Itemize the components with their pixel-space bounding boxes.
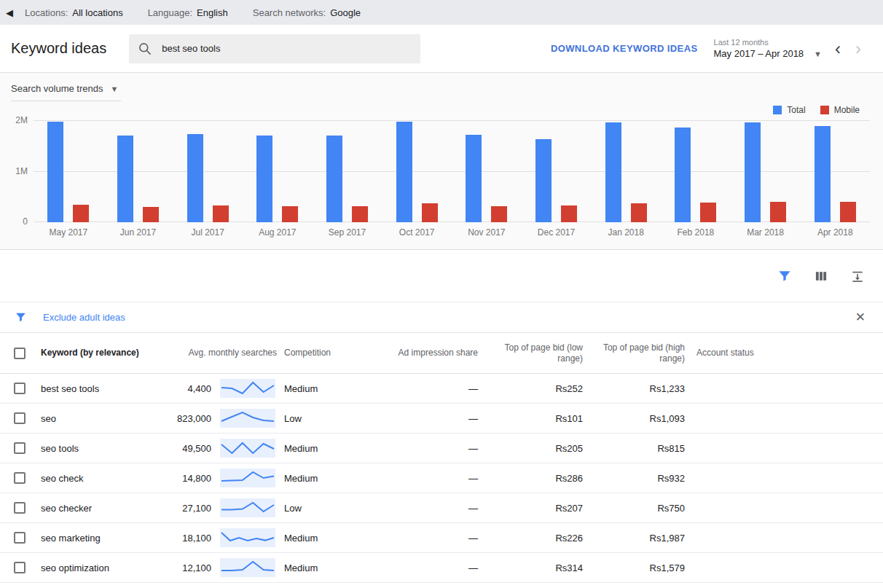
bid-high-cell: Rs1,233 <box>583 383 685 394</box>
keyword-search-box[interactable] <box>129 34 420 63</box>
table-row[interactable]: best seo tools4,400Medium—Rs252Rs1,233 <box>0 374 883 404</box>
trend-sparkline <box>220 439 275 458</box>
column-header-bid-low[interactable]: Top of page bid (low range) <box>481 342 583 364</box>
legend-item-total[interactable]: Total <box>773 105 805 115</box>
table-row[interactable]: seo tools49,500Medium—Rs205Rs815 <box>0 434 883 463</box>
row-checkbox[interactable] <box>14 472 25 484</box>
keyword-search-input[interactable] <box>162 43 412 54</box>
header-right-controls: DOWNLOAD KEYWORD IDEAS Last 12 months Ma… <box>551 38 868 59</box>
column-header-bid-high[interactable]: Top of page bid (high range) <box>583 342 685 364</box>
bar-group <box>313 120 382 222</box>
language-label: Language: <box>148 7 192 18</box>
keyword-cell: seo marketing <box>41 533 143 544</box>
legend-swatch-total <box>773 106 782 114</box>
ad-impression-share-cell: — <box>372 473 481 484</box>
locations-value: All locations <box>72 7 122 18</box>
column-header-ad-impression-share[interactable]: Ad impression share <box>372 348 481 358</box>
trend-cell <box>211 439 284 458</box>
table-row[interactable]: seo optimization12,100Medium—Rs314Rs1,57… <box>0 553 883 583</box>
x-axis-label: May 2017 <box>34 227 103 238</box>
exclude-adult-ideas-filter[interactable]: Exclude adult ideas <box>43 312 125 323</box>
search-networks-value: Google <box>330 7 361 18</box>
close-icon: ✕ <box>855 310 866 324</box>
bar-group <box>34 120 103 222</box>
bar-mobile <box>700 203 716 222</box>
ad-impression-share-cell: — <box>372 562 481 573</box>
bar-group <box>522 120 592 222</box>
bar-group <box>103 120 173 222</box>
column-header-competition[interactable]: Competition <box>284 348 372 358</box>
keyword-cell: seo tools <box>41 443 143 454</box>
search-networks-setting[interactable]: Search networks: Google <box>253 7 361 18</box>
columns-button[interactable] <box>814 269 828 283</box>
trend-cell <box>211 498 284 517</box>
row-checkbox-cell <box>0 562 41 573</box>
column-header-avg-monthly-searches[interactable]: Avg. monthly searches <box>143 348 284 358</box>
x-axis-label: Nov 2017 <box>452 227 522 238</box>
row-checkbox[interactable] <box>14 562 25 573</box>
previous-period-button[interactable]: ‹ <box>828 40 848 58</box>
trend-cell <box>211 409 284 428</box>
row-checkbox-cell <box>0 412 41 424</box>
adjust-rows-button[interactable] <box>850 269 865 283</box>
trend-sparkline <box>220 409 275 428</box>
trend-cell <box>211 469 284 487</box>
active-filter-bar: Exclude adult ideas ✕ <box>0 302 883 333</box>
chart-legend: Total Mobile <box>773 105 860 115</box>
keyword-cell: best seo tools <box>41 383 143 394</box>
avg-monthly-searches-cell: 14,800 <box>143 473 211 484</box>
x-axis-label: Jan 2018 <box>591 227 661 238</box>
bar-total <box>466 135 482 222</box>
bar-group <box>591 120 661 222</box>
filter-button[interactable] <box>777 269 792 283</box>
back-button[interactable]: ◀ <box>0 7 25 18</box>
table-row[interactable]: seo checker27,100Low—Rs207Rs750 <box>0 493 883 523</box>
locations-setting[interactable]: Locations: All locations <box>25 7 123 18</box>
ad-impression-share-cell: — <box>372 383 481 394</box>
search-volume-trends-dropdown[interactable]: Search volume trends ▼ <box>11 82 121 101</box>
bar-total <box>605 122 621 222</box>
bar-total <box>535 139 552 222</box>
page-title: Keyword ideas <box>11 40 106 57</box>
table-row[interactable]: seo823,000Low—Rs101Rs1,093 <box>0 404 883 434</box>
row-checkbox[interactable] <box>14 442 25 454</box>
table-row[interactable]: seo check14,800Medium—Rs286Rs932 <box>0 463 883 493</box>
keyword-cell: seo optimization <box>41 562 143 573</box>
column-header-account-status[interactable]: Account status <box>685 348 883 358</box>
row-checkbox[interactable] <box>14 502 25 514</box>
remove-filter-button[interactable]: ✕ <box>855 311 866 324</box>
language-setting[interactable]: Language: English <box>148 7 228 18</box>
date-range-dropdown[interactable]: Last 12 months May 2017 – Apr 2018 ▼ <box>714 38 822 59</box>
table-row[interactable]: seo marketing18,100Medium—Rs226Rs1,987 <box>0 523 883 553</box>
next-period-button[interactable]: › <box>848 40 868 58</box>
row-checkbox-cell <box>0 532 41 544</box>
row-checkbox-cell <box>0 383 41 394</box>
competition-cell: Low <box>284 413 372 424</box>
competition-cell: Medium <box>284 533 372 544</box>
back-arrow-icon: ◀ <box>6 7 13 18</box>
ad-impression-share-cell: — <box>372 533 481 544</box>
legend-label-total: Total <box>787 105 805 115</box>
y-axis-tick-1m: 1M <box>4 166 28 176</box>
bar-total <box>815 126 831 222</box>
download-keyword-ideas-button[interactable]: DOWNLOAD KEYWORD IDEAS <box>551 43 698 54</box>
column-header-keyword[interactable]: Keyword (by relevance) <box>41 348 143 358</box>
bar-mobile <box>143 207 159 222</box>
x-axis-labels: May 2017Jun 2017Jul 2017Aug 2017Sep 2017… <box>34 227 870 238</box>
search-icon <box>138 42 152 56</box>
bar-total <box>47 122 63 222</box>
x-axis-label: Sep 2017 <box>313 227 382 238</box>
row-checkbox[interactable] <box>14 412 25 424</box>
keyword-cell: seo check <box>41 473 143 484</box>
bar-mobile <box>422 203 438 222</box>
competition-cell: Medium <box>284 562 372 573</box>
adjust-rows-icon <box>850 269 865 283</box>
legend-item-mobile[interactable]: Mobile <box>820 105 860 115</box>
x-axis-label: Aug 2017 <box>243 227 313 238</box>
select-all-checkbox[interactable] <box>14 348 25 359</box>
trend-sparkline <box>220 498 275 517</box>
row-checkbox[interactable] <box>14 532 25 544</box>
avg-monthly-searches-cell: 4,400 <box>143 383 211 394</box>
row-checkbox[interactable] <box>14 383 25 394</box>
bar-mobile <box>561 205 577 222</box>
